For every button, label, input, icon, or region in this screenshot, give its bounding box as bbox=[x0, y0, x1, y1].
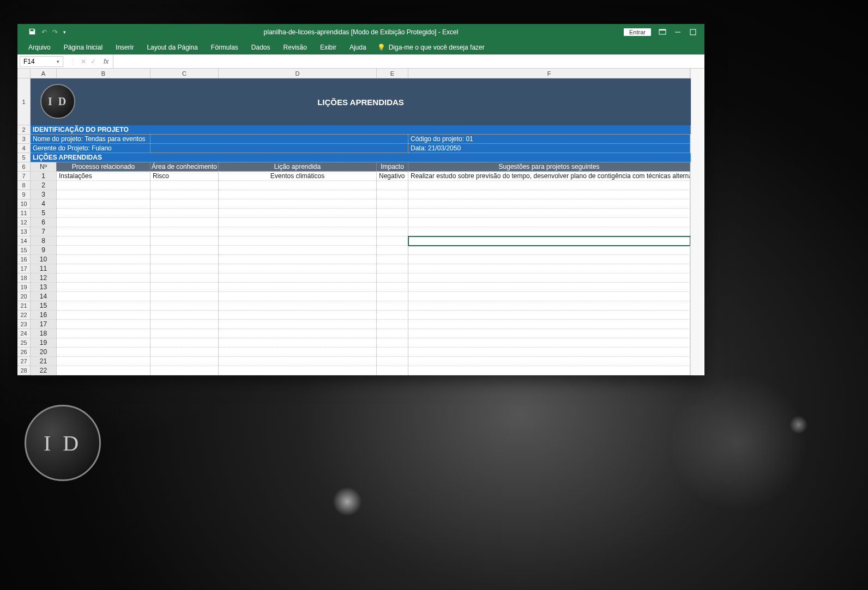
cell-lesson[interactable] bbox=[219, 320, 377, 329]
cell-num[interactable]: 5 bbox=[31, 209, 57, 218]
cell-process[interactable] bbox=[57, 190, 150, 199]
row-header-27[interactable]: 27 bbox=[17, 357, 31, 366]
cell-num[interactable]: 2 bbox=[31, 181, 57, 190]
cell-area[interactable] bbox=[150, 199, 219, 209]
cell-impact[interactable] bbox=[377, 366, 408, 375]
cell-process[interactable] bbox=[57, 292, 150, 301]
th-num[interactable]: Nº bbox=[31, 162, 57, 172]
cell-suggest[interactable] bbox=[408, 366, 690, 375]
row-header-10[interactable]: 10 bbox=[17, 199, 31, 209]
cell-num[interactable]: 11 bbox=[31, 264, 57, 273]
cell-process[interactable] bbox=[57, 283, 150, 292]
cell-lesson[interactable] bbox=[219, 329, 377, 338]
tell-me-search[interactable]: 💡 Diga-me o que você deseja fazer bbox=[377, 44, 485, 51]
cell-lesson[interactable] bbox=[219, 338, 377, 348]
col-header-a[interactable]: A bbox=[31, 69, 57, 78]
th-lesson[interactable]: Lição aprendida bbox=[219, 162, 377, 172]
row-header-25[interactable]: 25 bbox=[17, 338, 31, 348]
cell-process[interactable] bbox=[57, 199, 150, 209]
cell-area[interactable] bbox=[150, 348, 219, 357]
th-area[interactable]: Área de conhecimento bbox=[150, 162, 219, 172]
cell-lesson[interactable] bbox=[219, 199, 377, 209]
cell-area[interactable] bbox=[150, 255, 219, 264]
cell-area[interactable] bbox=[150, 357, 219, 366]
cell-suggest[interactable] bbox=[408, 209, 690, 218]
cell-impact[interactable] bbox=[377, 311, 408, 320]
cell-area[interactable] bbox=[150, 227, 219, 236]
ribbon-display-icon[interactable] bbox=[659, 28, 666, 36]
cell-impact[interactable] bbox=[377, 348, 408, 357]
cell-process[interactable] bbox=[57, 227, 150, 236]
cell-impact[interactable] bbox=[377, 181, 408, 190]
cell-process[interactable] bbox=[57, 218, 150, 227]
cell-num[interactable]: 14 bbox=[31, 292, 57, 301]
cell-area[interactable] bbox=[150, 366, 219, 375]
tab-pagelayout[interactable]: Layout da Página bbox=[140, 41, 204, 54]
cell-impact[interactable] bbox=[377, 190, 408, 199]
cell-impact[interactable] bbox=[377, 329, 408, 338]
cell-impact[interactable]: Negativo bbox=[377, 172, 408, 181]
cell-impact[interactable] bbox=[377, 236, 408, 246]
project-code[interactable]: Código do projeto: 01 bbox=[408, 135, 690, 144]
tab-help[interactable]: Ajuda bbox=[343, 41, 373, 54]
cell-lesson[interactable] bbox=[219, 366, 377, 375]
cell-impact[interactable] bbox=[377, 255, 408, 264]
cell-process[interactable] bbox=[57, 338, 150, 348]
row-header-23[interactable]: 23 bbox=[17, 320, 31, 329]
cell-process[interactable]: Instalações bbox=[57, 172, 150, 181]
project-name-value[interactable] bbox=[150, 135, 408, 144]
cell-lesson[interactable] bbox=[219, 209, 377, 218]
cell-process[interactable] bbox=[57, 181, 150, 190]
row-header-20[interactable]: 20 bbox=[17, 292, 31, 301]
row-header-3[interactable]: 3 bbox=[17, 135, 31, 144]
cell-area[interactable] bbox=[150, 218, 219, 227]
cancel-icon[interactable]: ✕ bbox=[81, 58, 86, 65]
cell-suggest[interactable] bbox=[408, 273, 690, 283]
cell-suggest[interactable] bbox=[408, 311, 690, 320]
cell-num[interactable]: 22 bbox=[31, 366, 57, 375]
row-header-4[interactable]: 4 bbox=[17, 144, 31, 153]
cell-num[interactable]: 13 bbox=[31, 283, 57, 292]
save-icon[interactable] bbox=[28, 28, 36, 37]
cell-lesson[interactable] bbox=[219, 357, 377, 366]
row-header-19[interactable]: 19 bbox=[17, 283, 31, 292]
cell-suggest[interactable] bbox=[408, 301, 690, 311]
cell-area[interactable] bbox=[150, 246, 219, 255]
cell-suggest[interactable] bbox=[408, 357, 690, 366]
row-header-1[interactable]: 1 bbox=[17, 78, 31, 125]
cell-area[interactable] bbox=[150, 209, 219, 218]
cell-num[interactable]: 16 bbox=[31, 311, 57, 320]
cell-num[interactable]: 4 bbox=[31, 199, 57, 209]
cell-suggest[interactable] bbox=[408, 218, 690, 227]
cell-process[interactable] bbox=[57, 264, 150, 273]
col-header-b[interactable]: B bbox=[57, 69, 150, 78]
row-header-28[interactable]: 28 bbox=[17, 366, 31, 375]
cell-area[interactable] bbox=[150, 273, 219, 283]
tab-formulas[interactable]: Fórmulas bbox=[204, 41, 245, 54]
tab-home[interactable]: Página Inicial bbox=[57, 41, 109, 54]
undo-icon[interactable]: ↶ bbox=[41, 28, 47, 36]
cell-process[interactable] bbox=[57, 236, 150, 246]
cell-impact[interactable] bbox=[377, 264, 408, 273]
cell-impact[interactable] bbox=[377, 218, 408, 227]
cell-lesson[interactable] bbox=[219, 181, 377, 190]
tab-file[interactable]: Arquivo bbox=[22, 41, 57, 54]
row-header-15[interactable]: 15 bbox=[17, 246, 31, 255]
col-header-e[interactable]: E bbox=[377, 69, 408, 78]
section-lessons[interactable]: LIÇÕES APRENDIDAS bbox=[31, 153, 691, 162]
row-header-7[interactable]: 7 bbox=[17, 172, 31, 181]
cell-suggest[interactable] bbox=[408, 320, 690, 329]
cell-suggest[interactable] bbox=[408, 190, 690, 199]
project-manager-label[interactable]: Gerente do Projeto: Fulano bbox=[31, 144, 150, 153]
cell-num[interactable]: 8 bbox=[31, 236, 57, 246]
row-header-9[interactable]: 9 bbox=[17, 190, 31, 199]
row-header-18[interactable]: 18 bbox=[17, 273, 31, 283]
cell-lesson[interactable] bbox=[219, 246, 377, 255]
cell-impact[interactable] bbox=[377, 209, 408, 218]
cell-num[interactable]: 15 bbox=[31, 301, 57, 311]
tab-review[interactable]: Revisão bbox=[277, 41, 314, 54]
col-header-c[interactable]: C bbox=[150, 69, 219, 78]
cell-lesson[interactable] bbox=[219, 283, 377, 292]
project-date[interactable]: Data: 21/03/2050 bbox=[408, 144, 690, 153]
project-name-label[interactable]: Nome do projeto: Tendas para eventos bbox=[31, 135, 150, 144]
